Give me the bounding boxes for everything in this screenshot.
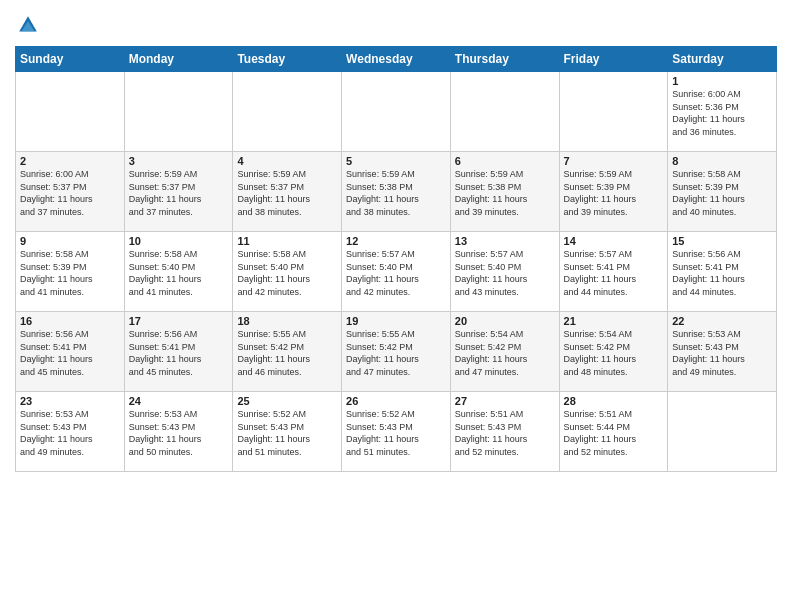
day-number: 20 (455, 315, 555, 327)
day-cell: 27Sunrise: 5:51 AM Sunset: 5:43 PM Dayli… (450, 392, 559, 472)
day-info: Sunrise: 5:57 AM Sunset: 5:40 PM Dayligh… (455, 248, 555, 298)
day-cell: 23Sunrise: 5:53 AM Sunset: 5:43 PM Dayli… (16, 392, 125, 472)
day-cell (342, 72, 451, 152)
day-cell: 11Sunrise: 5:58 AM Sunset: 5:40 PM Dayli… (233, 232, 342, 312)
day-cell (668, 392, 777, 472)
day-number: 7 (564, 155, 664, 167)
day-number: 14 (564, 235, 664, 247)
day-number: 6 (455, 155, 555, 167)
day-cell: 15Sunrise: 5:56 AM Sunset: 5:41 PM Dayli… (668, 232, 777, 312)
day-info: Sunrise: 5:57 AM Sunset: 5:40 PM Dayligh… (346, 248, 446, 298)
day-cell: 1Sunrise: 6:00 AM Sunset: 5:36 PM Daylig… (668, 72, 777, 152)
week-row-1: 2Sunrise: 6:00 AM Sunset: 5:37 PM Daylig… (16, 152, 777, 232)
day-cell: 25Sunrise: 5:52 AM Sunset: 5:43 PM Dayli… (233, 392, 342, 472)
day-info: Sunrise: 6:00 AM Sunset: 5:37 PM Dayligh… (20, 168, 120, 218)
header (15, 10, 777, 40)
day-cell (559, 72, 668, 152)
day-info: Sunrise: 5:52 AM Sunset: 5:43 PM Dayligh… (237, 408, 337, 458)
week-row-3: 16Sunrise: 5:56 AM Sunset: 5:41 PM Dayli… (16, 312, 777, 392)
page: SundayMondayTuesdayWednesdayThursdayFrid… (0, 0, 792, 612)
day-number: 5 (346, 155, 446, 167)
week-row-2: 9Sunrise: 5:58 AM Sunset: 5:39 PM Daylig… (16, 232, 777, 312)
day-number: 28 (564, 395, 664, 407)
day-cell: 19Sunrise: 5:55 AM Sunset: 5:42 PM Dayli… (342, 312, 451, 392)
day-cell: 28Sunrise: 5:51 AM Sunset: 5:44 PM Dayli… (559, 392, 668, 472)
day-cell: 7Sunrise: 5:59 AM Sunset: 5:39 PM Daylig… (559, 152, 668, 232)
day-cell: 22Sunrise: 5:53 AM Sunset: 5:43 PM Dayli… (668, 312, 777, 392)
week-row-0: 1Sunrise: 6:00 AM Sunset: 5:36 PM Daylig… (16, 72, 777, 152)
day-number: 15 (672, 235, 772, 247)
day-cell: 2Sunrise: 6:00 AM Sunset: 5:37 PM Daylig… (16, 152, 125, 232)
day-cell (233, 72, 342, 152)
day-info: Sunrise: 5:56 AM Sunset: 5:41 PM Dayligh… (129, 328, 229, 378)
weekday-header-friday: Friday (559, 47, 668, 72)
day-info: Sunrise: 5:55 AM Sunset: 5:42 PM Dayligh… (237, 328, 337, 378)
calendar-table: SundayMondayTuesdayWednesdayThursdayFrid… (15, 46, 777, 472)
day-number: 3 (129, 155, 229, 167)
day-cell: 21Sunrise: 5:54 AM Sunset: 5:42 PM Dayli… (559, 312, 668, 392)
day-info: Sunrise: 6:00 AM Sunset: 5:36 PM Dayligh… (672, 88, 772, 138)
day-cell (450, 72, 559, 152)
day-cell: 17Sunrise: 5:56 AM Sunset: 5:41 PM Dayli… (124, 312, 233, 392)
weekday-header-sunday: Sunday (16, 47, 125, 72)
day-number: 27 (455, 395, 555, 407)
day-info: Sunrise: 5:52 AM Sunset: 5:43 PM Dayligh… (346, 408, 446, 458)
day-cell (16, 72, 125, 152)
day-number: 11 (237, 235, 337, 247)
day-info: Sunrise: 5:59 AM Sunset: 5:39 PM Dayligh… (564, 168, 664, 218)
day-info: Sunrise: 5:53 AM Sunset: 5:43 PM Dayligh… (20, 408, 120, 458)
day-info: Sunrise: 5:55 AM Sunset: 5:42 PM Dayligh… (346, 328, 446, 378)
day-number: 19 (346, 315, 446, 327)
day-info: Sunrise: 5:58 AM Sunset: 5:39 PM Dayligh… (672, 168, 772, 218)
day-info: Sunrise: 5:54 AM Sunset: 5:42 PM Dayligh… (455, 328, 555, 378)
day-info: Sunrise: 5:57 AM Sunset: 5:41 PM Dayligh… (564, 248, 664, 298)
day-info: Sunrise: 5:59 AM Sunset: 5:37 PM Dayligh… (237, 168, 337, 218)
day-cell: 26Sunrise: 5:52 AM Sunset: 5:43 PM Dayli… (342, 392, 451, 472)
weekday-header-saturday: Saturday (668, 47, 777, 72)
day-number: 24 (129, 395, 229, 407)
day-number: 1 (672, 75, 772, 87)
day-cell: 16Sunrise: 5:56 AM Sunset: 5:41 PM Dayli… (16, 312, 125, 392)
day-cell: 10Sunrise: 5:58 AM Sunset: 5:40 PM Dayli… (124, 232, 233, 312)
day-cell: 14Sunrise: 5:57 AM Sunset: 5:41 PM Dayli… (559, 232, 668, 312)
logo (15, 14, 42, 40)
day-info: Sunrise: 5:54 AM Sunset: 5:42 PM Dayligh… (564, 328, 664, 378)
day-cell: 3Sunrise: 5:59 AM Sunset: 5:37 PM Daylig… (124, 152, 233, 232)
weekday-header-thursday: Thursday (450, 47, 559, 72)
day-number: 21 (564, 315, 664, 327)
day-cell: 13Sunrise: 5:57 AM Sunset: 5:40 PM Dayli… (450, 232, 559, 312)
day-info: Sunrise: 5:56 AM Sunset: 5:41 PM Dayligh… (672, 248, 772, 298)
day-cell: 9Sunrise: 5:58 AM Sunset: 5:39 PM Daylig… (16, 232, 125, 312)
day-number: 2 (20, 155, 120, 167)
day-cell: 8Sunrise: 5:58 AM Sunset: 5:39 PM Daylig… (668, 152, 777, 232)
day-info: Sunrise: 5:58 AM Sunset: 5:39 PM Dayligh… (20, 248, 120, 298)
day-number: 18 (237, 315, 337, 327)
weekday-header-row: SundayMondayTuesdayWednesdayThursdayFrid… (16, 47, 777, 72)
day-info: Sunrise: 5:51 AM Sunset: 5:44 PM Dayligh… (564, 408, 664, 458)
day-number: 25 (237, 395, 337, 407)
day-number: 17 (129, 315, 229, 327)
weekday-header-wednesday: Wednesday (342, 47, 451, 72)
day-number: 13 (455, 235, 555, 247)
day-info: Sunrise: 5:58 AM Sunset: 5:40 PM Dayligh… (237, 248, 337, 298)
day-cell: 12Sunrise: 5:57 AM Sunset: 5:40 PM Dayli… (342, 232, 451, 312)
day-info: Sunrise: 5:51 AM Sunset: 5:43 PM Dayligh… (455, 408, 555, 458)
day-info: Sunrise: 5:53 AM Sunset: 5:43 PM Dayligh… (672, 328, 772, 378)
day-cell: 4Sunrise: 5:59 AM Sunset: 5:37 PM Daylig… (233, 152, 342, 232)
day-info: Sunrise: 5:59 AM Sunset: 5:38 PM Dayligh… (455, 168, 555, 218)
day-number: 23 (20, 395, 120, 407)
day-cell: 18Sunrise: 5:55 AM Sunset: 5:42 PM Dayli… (233, 312, 342, 392)
day-number: 16 (20, 315, 120, 327)
day-cell: 20Sunrise: 5:54 AM Sunset: 5:42 PM Dayli… (450, 312, 559, 392)
day-info: Sunrise: 5:58 AM Sunset: 5:40 PM Dayligh… (129, 248, 229, 298)
day-info: Sunrise: 5:59 AM Sunset: 5:38 PM Dayligh… (346, 168, 446, 218)
day-cell: 6Sunrise: 5:59 AM Sunset: 5:38 PM Daylig… (450, 152, 559, 232)
day-cell: 24Sunrise: 5:53 AM Sunset: 5:43 PM Dayli… (124, 392, 233, 472)
day-info: Sunrise: 5:56 AM Sunset: 5:41 PM Dayligh… (20, 328, 120, 378)
day-cell: 5Sunrise: 5:59 AM Sunset: 5:38 PM Daylig… (342, 152, 451, 232)
day-number: 26 (346, 395, 446, 407)
day-number: 12 (346, 235, 446, 247)
day-info: Sunrise: 5:53 AM Sunset: 5:43 PM Dayligh… (129, 408, 229, 458)
day-number: 8 (672, 155, 772, 167)
day-info: Sunrise: 5:59 AM Sunset: 5:37 PM Dayligh… (129, 168, 229, 218)
